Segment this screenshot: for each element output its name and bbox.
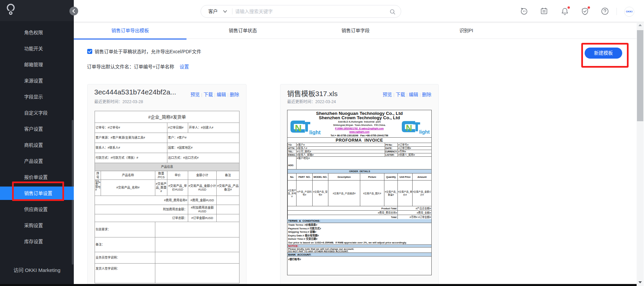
- svg-text:light: light: [309, 130, 321, 135]
- svg-text:N: N: [406, 123, 412, 133]
- svg-text:N: N: [295, 123, 302, 133]
- svg-text:light: light: [419, 129, 430, 135]
